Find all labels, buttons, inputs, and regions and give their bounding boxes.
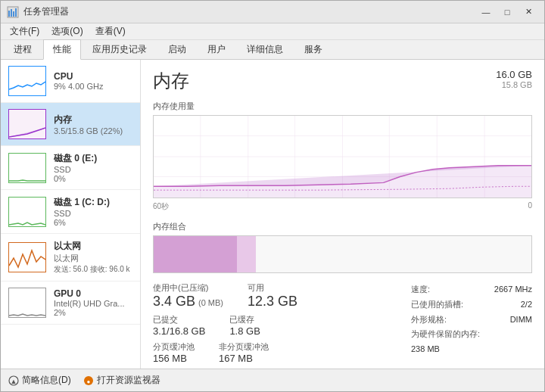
disk0-label: 磁盘 0 (E:) <box>54 152 97 165</box>
time-end: 0 <box>528 201 532 212</box>
form-label: 外形规格: <box>411 313 447 328</box>
mem-label: 内存 <box>54 114 123 126</box>
gpu-graph <box>8 288 46 318</box>
stat-committed: 已提交 3.1/16.8 GB <box>153 314 214 337</box>
disk1-graph <box>8 197 46 227</box>
cpu-label: CPU <box>54 71 103 82</box>
in-use-value: 3.4 GB <box>153 294 195 310</box>
mem-graph <box>8 109 46 139</box>
non-paged-value: 167 MB <box>219 353 253 364</box>
composition-label: 内存组合 <box>153 221 532 232</box>
menu-view[interactable]: 查看(V) <box>89 23 132 39</box>
bottom-bar: ▲ 简略信息(D) ● 打开资源监视器 <box>1 369 544 391</box>
disk0-info: 磁盘 0 (E:) SSD 0% <box>54 152 97 183</box>
reserved-label: 为硬件保留的内存: <box>411 327 480 342</box>
sidebar-item-disk1[interactable]: 磁盘 1 (C: D:) SSD 6% <box>1 190 140 234</box>
gpu-info: GPU 0 Intel(R) UHD Gra... 2% <box>54 288 125 317</box>
stats-lower: 使用中(已压缩) 3.4 GB (0 MB) 可用 12.3 GB <box>153 282 532 369</box>
sidebar: CPU 9% 4.00 GHz 内存 3.5/15.8 GB (22%) <box>1 60 141 369</box>
stat-form-row: 外形规格: DIMM <box>411 313 532 328</box>
tab-processes[interactable]: 进程 <box>4 39 42 59</box>
stats-right: 速度: 2667 MHz 已使用的插槽: 2/2 外形规格: DIMM 为硬件保… <box>411 282 532 369</box>
memory-chart <box>153 115 532 198</box>
main-header: 内存 16.0 GB 15.8 GB <box>153 69 532 93</box>
cpu-graph <box>8 66 46 96</box>
disk1-label: 磁盘 1 (C: D:) <box>54 196 110 209</box>
total-gb: 16.0 GB <box>496 69 532 80</box>
net-info: 以太网 以太网 发送: 56.0 接收: 96.0 k <box>54 240 130 275</box>
svg-rect-1 <box>8 11 10 17</box>
non-paged-label: 非分页缓冲池 <box>219 341 269 353</box>
svg-text:●: ● <box>86 378 90 385</box>
resource-monitor-button[interactable]: ● 打开资源监视器 <box>83 374 160 387</box>
gpu-model: Intel(R) UHD Gra... <box>54 299 125 308</box>
cached-value: 1.8 GB <box>229 325 260 337</box>
tab-details[interactable]: 详细信息 <box>237 39 293 59</box>
composition-used <box>154 236 237 272</box>
menu-options[interactable]: 选项(O) <box>45 23 89 39</box>
composition-hardware <box>237 236 256 272</box>
sidebar-item-memory[interactable]: 内存 3.5/15.8 GB (22%) <box>1 103 140 146</box>
window-title: 任务管理器 <box>23 5 69 18</box>
content-area: CPU 9% 4.00 GHz 内存 3.5/15.8 GB (22%) <box>1 60 544 369</box>
maximize-button[interactable]: □ <box>497 5 517 20</box>
slots-label: 已使用的插槽: <box>411 297 463 313</box>
gpu-usage: 2% <box>54 308 125 317</box>
main-header-right: 16.0 GB 15.8 GB <box>496 69 532 89</box>
svg-text:▲: ▲ <box>11 378 17 385</box>
disk0-usage: 0% <box>54 174 97 183</box>
disk1-usage: 6% <box>54 218 110 227</box>
main-title: 内存 <box>153 69 189 93</box>
disk0-type: SSD <box>54 165 97 174</box>
sidebar-item-disk0[interactable]: 磁盘 0 (E:) SSD 0% <box>1 146 140 190</box>
summary-button[interactable]: ▲ 简略信息(D) <box>8 374 71 387</box>
close-button[interactable]: ✕ <box>519 5 538 20</box>
svg-rect-3 <box>13 11 14 17</box>
form-value: DIMM <box>510 313 532 328</box>
disk0-graph <box>8 153 46 183</box>
reserved-value: 238 MB <box>411 344 440 353</box>
committed-value: 3.1/16.8 GB <box>153 325 205 337</box>
paged-label: 分页缓冲池 <box>153 341 195 353</box>
disk1-type: SSD <box>54 209 110 218</box>
task-manager-window: 任务管理器 — □ ✕ 文件(F) 选项(O) 查看(V) 进程 性能 应用历史… <box>0 0 545 392</box>
committed-label: 已提交 <box>153 314 205 325</box>
svg-rect-2 <box>11 9 12 17</box>
available-label: 可用 <box>248 282 297 294</box>
sidebar-item-cpu[interactable]: CPU 9% 4.00 GHz <box>1 60 140 103</box>
tab-performance[interactable]: 性能 <box>43 39 81 60</box>
tab-users[interactable]: 用户 <box>198 39 235 59</box>
stat-non-paged: 非分页缓冲池 167 MB <box>219 341 278 364</box>
sidebar-item-network[interactable]: 以太网 以太网 发送: 56.0 接收: 96.0 k <box>1 234 140 282</box>
stats-row-1: 使用中(已压缩) 3.4 GB (0 MB) 可用 12.3 GB <box>153 282 411 310</box>
stat-reserved-row: 为硬件保留的内存: <box>411 327 532 342</box>
minimize-button[interactable]: — <box>476 5 496 20</box>
title-bar-buttons: — □ ✕ <box>476 5 538 20</box>
in-use-sub: (0 MB) <box>198 298 223 307</box>
slots-value: 2/2 <box>521 297 532 313</box>
tab-services[interactable]: 服务 <box>294 39 332 59</box>
net-label: 以太网 <box>54 240 130 253</box>
paged-value: 156 MB <box>153 353 187 364</box>
menu-file[interactable]: 文件(F) <box>4 23 45 39</box>
disk1-info: 磁盘 1 (C: D:) SSD 6% <box>54 196 110 227</box>
main-panel: 内存 16.0 GB 15.8 GB 内存使用量 <box>141 60 544 369</box>
app-icon <box>7 6 19 18</box>
tab-startup[interactable]: 启动 <box>158 39 196 59</box>
speed-label: 速度: <box>411 282 430 297</box>
stat-cached: 已缓存 1.8 GB <box>229 314 269 337</box>
tab-bar: 进程 性能 应用历史记录 启动 用户 详细信息 服务 <box>1 40 544 60</box>
used-gb: 15.8 GB <box>496 80 532 89</box>
cpu-usage: 9% 4.00 GHz <box>54 82 103 91</box>
sidebar-item-gpu[interactable]: GPU 0 Intel(R) UHD Gra... 2% <box>1 282 140 325</box>
net-graph <box>8 242 46 272</box>
stat-in-use: 使用中(已压缩) 3.4 GB (0 MB) <box>153 282 232 310</box>
mem-usage: 3.5/15.8 GB (22%) <box>54 126 123 135</box>
title-bar: 任务管理器 — □ ✕ <box>1 1 544 23</box>
title-bar-left: 任务管理器 <box>7 5 69 18</box>
stat-paged: 分页缓冲池 156 MB <box>153 341 204 364</box>
gpu-label: GPU 0 <box>54 288 125 299</box>
chart-label: 内存使用量 <box>153 101 532 112</box>
tab-app-history[interactable]: 应用历史记录 <box>83 39 157 59</box>
stats-row-2: 已提交 3.1/16.8 GB 已缓存 1.8 GB <box>153 314 411 337</box>
